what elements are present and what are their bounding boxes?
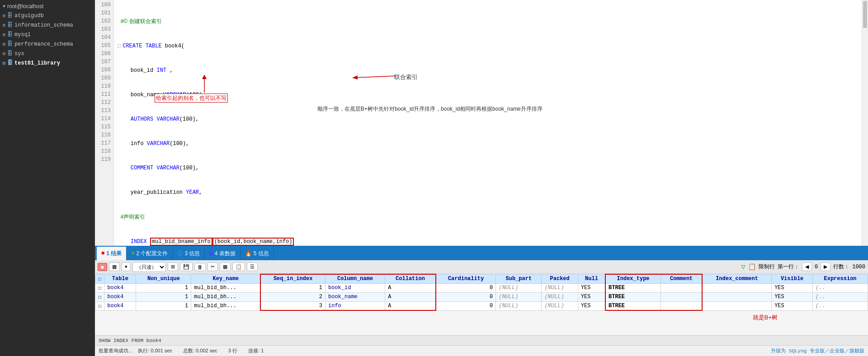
td-comment-3: [661, 301, 703, 310]
toolbar-btn-4[interactable]: ✂: [208, 262, 218, 271]
next-page-btn[interactable]: ▶: [821, 262, 830, 271]
tab-tabledata-icon: ▦: [209, 250, 212, 257]
th-null[interactable]: Null: [578, 274, 605, 283]
sidebar-item-test01-library[interactable]: ⊞ 🗄 test01_library: [0, 58, 95, 68]
td-expression-3: (..: [813, 301, 868, 310]
toolbar-btn-6[interactable]: 📋: [232, 262, 245, 271]
sidebar-item-mysql[interactable]: ⊞ 🗄 mysql: [0, 30, 95, 39]
scrollbar-thumb[interactable]: [863, 1, 867, 28]
toolbar-btn-3[interactable]: 🗑: [194, 263, 206, 271]
prev-page-btn[interactable]: ◀: [802, 262, 812, 271]
th-sub-part[interactable]: Sub_part: [496, 274, 542, 283]
td-seq-1: 1: [260, 283, 325, 292]
td-subpart-1: (NULL): [496, 283, 542, 292]
data-table-container[interactable]: ☐ Table Non_unique Key_name Seq_in_index…: [95, 274, 868, 335]
first-row-value: 0: [815, 264, 818, 270]
sidebar-item-label: sys: [14, 51, 24, 57]
th-seq-in-index[interactable]: Seq_in_index: [260, 274, 325, 283]
code-area[interactable]: 100 101 102 103 104 105 106 107 108 109 …: [95, 0, 868, 246]
toolbar-btn-2[interactable]: 💾: [180, 262, 193, 271]
scrollbar-vertical[interactable]: [862, 0, 868, 246]
td-seq-3: 3: [260, 301, 325, 310]
rows-status: 3 行: [228, 347, 237, 354]
td-null-2: YES: [578, 292, 605, 301]
td-non-unique-2: 1: [136, 292, 191, 301]
toolbar-btn-dropdown[interactable]: ▾: [122, 262, 131, 271]
tab-tabledata[interactable]: ▦ 4 表数据: [205, 247, 240, 260]
code-editor[interactable]: 100 101 102 103 104 105 106 107 108 109 …: [95, 0, 868, 246]
bottom-panel: ■ 1 结果 ■ 2 个配置文件 ⓘ 3 信息 ▦ 4 表数据 🔥 5 信息 ■: [95, 246, 868, 345]
th-key-name[interactable]: Key_name: [191, 274, 261, 283]
code-line-107: year_publication YEAR,: [118, 188, 864, 197]
toolbar-btn-1[interactable]: ⊞: [168, 262, 178, 271]
td-col-3: info: [325, 301, 385, 310]
sidebar-item-performance-schema[interactable]: ⊞ 🗄 performance_schema: [0, 39, 95, 49]
th-index-type[interactable]: Index_type: [605, 274, 661, 283]
th-non-unique[interactable]: Non_unique: [136, 274, 191, 283]
th-column-name[interactable]: Column_name: [325, 274, 385, 283]
tab-result-icon: ■: [101, 250, 104, 257]
code-line-108: #声明索引: [118, 213, 864, 221]
rows-label: 行数：: [833, 263, 849, 271]
toolbar-btn-export[interactable]: ■: [98, 263, 107, 271]
td-cardinality-3: 0: [436, 301, 496, 310]
code-line-109: INDEX mul_bid_bname_info(book_id,book_na…: [118, 238, 864, 246]
sidebar-item-label: atguigudb: [14, 13, 44, 19]
rows-value: 1000: [852, 264, 865, 270]
code-lines[interactable]: #© 创建联合索引 □CREATE TABLE book4( book_id I…: [114, 0, 868, 246]
upgrade-label[interactable]: 升级为 SQLyog 专业版／企业版／旗舰版: [771, 347, 864, 354]
copy-icon: 📋: [748, 263, 756, 271]
code-line-100: #© 创建联合索引: [118, 17, 864, 26]
code-line-104: AUTHORS VARCHAR(100),: [118, 115, 864, 123]
code-line-105: info VARCHAR(100),: [118, 140, 864, 148]
first-row-label: 第一行：: [778, 263, 799, 271]
td-indexcomment-2: [702, 292, 772, 301]
batch-status: 批量查询成功...: [99, 347, 132, 354]
tab-info2[interactable]: 🔥 5 信息: [241, 247, 274, 260]
th-expression[interactable]: Expression: [813, 274, 868, 283]
sidebar-item-sys[interactable]: ⊞ 🗄 sys: [0, 49, 95, 58]
total-status: 总数: 0.002 sec: [183, 347, 217, 354]
sidebar-header[interactable]: ▼ root@localhost: [0, 2, 95, 11]
td-null-3: YES: [578, 301, 605, 310]
th-cardinality[interactable]: Cardinality: [436, 274, 496, 283]
td-collation-2: A: [385, 292, 436, 301]
sidebar: ▼ root@localhost ⊞ 🗄 atguigudb ⊞ 🗄 infor…: [0, 0, 95, 356]
db-icon: 🗄: [7, 50, 13, 57]
th-comment[interactable]: Comment: [661, 274, 703, 283]
th-packed[interactable]: Packed: [542, 274, 578, 283]
expand-icon: ⊞: [3, 23, 5, 28]
td-checkbox-3[interactable]: ☐: [95, 301, 104, 310]
td-subpart-3: (NULL): [496, 301, 542, 310]
td-seq-2: 2: [260, 292, 325, 301]
td-expression-1: (..: [813, 283, 868, 292]
sidebar-item-atguigudb[interactable]: ⊞ 🗄 atguigudb: [0, 11, 95, 20]
db-icon: 🗄: [7, 22, 13, 28]
toolbar-readonly-select[interactable]: （只读）: [132, 262, 166, 272]
td-indextype-3: BTREE: [605, 301, 661, 310]
tab-info[interactable]: ⓘ 3 信息: [173, 247, 205, 260]
sidebar-item-information-schema[interactable]: ⊞ 🗄 information_schema: [0, 20, 95, 30]
th-index-comment[interactable]: Index_comment: [702, 274, 772, 283]
expand-icon: ▼: [3, 4, 5, 9]
td-key-name-3: mul_bid_bh...: [191, 301, 261, 310]
toolbar-btn-7[interactable]: ☰: [247, 262, 258, 271]
td-comment-1: [661, 283, 703, 292]
table-row: ☐ book4 1 mul_bid_bh... 2 book_name A 0 …: [95, 292, 868, 301]
td-checkbox-1[interactable]: ☐: [95, 283, 104, 292]
toolbar-btn-grid[interactable]: ▦: [109, 262, 120, 271]
th-table[interactable]: Table: [104, 274, 136, 283]
tab-result[interactable]: ■ 1 结果: [97, 247, 127, 260]
conn-status: 连接: 1: [248, 347, 264, 354]
line-numbers: 100 101 102 103 104 105 106 107 108 109 …: [95, 0, 114, 246]
td-checkbox-2[interactable]: ☐: [95, 292, 104, 301]
th-collation[interactable]: Collation: [385, 274, 436, 283]
result-table: ☐ Table Non_unique Key_name Seq_in_index…: [95, 274, 868, 311]
sidebar-item-label: information_schema: [14, 22, 73, 28]
th-visible[interactable]: Visible: [772, 274, 813, 283]
tab-config[interactable]: ■ 2 个配置文件: [127, 247, 173, 260]
td-visible-3: YES: [772, 301, 813, 310]
limit-label: 限制行: [759, 263, 775, 271]
tabs-bar: ■ 1 结果 ■ 2 个配置文件 ⓘ 3 信息 ▦ 4 表数据 🔥 5 信息: [95, 247, 868, 260]
toolbar-btn-5[interactable]: ▦: [220, 262, 231, 271]
